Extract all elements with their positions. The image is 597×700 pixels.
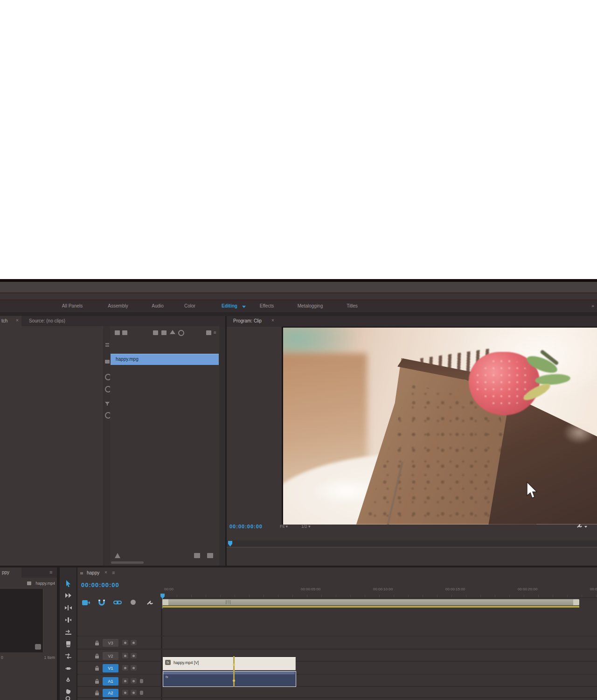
linked-selection-icon[interactable] (113, 598, 122, 607)
left-partial-tab-close-icon[interactable]: × (16, 318, 19, 323)
project-mini-partial-tab[interactable]: ppy (0, 567, 21, 578)
workspace-overflow-icon[interactable]: » (591, 303, 594, 308)
tool-razor[interactable] (64, 640, 72, 648)
workspace-tab-all-panels[interactable]: All Panels (62, 303, 83, 308)
source-monitor-body[interactable] (0, 326, 104, 566)
filter-icon[interactable] (105, 402, 110, 406)
timeline-settings-wrench-icon[interactable] (146, 598, 155, 607)
track-target-button[interactable]: A1 (103, 677, 118, 686)
program-settings-caret[interactable] (584, 526, 587, 528)
track-lock-icon[interactable] (94, 653, 100, 658)
track-lock-icon[interactable] (94, 665, 100, 671)
workspace-tab-effects[interactable]: Effects (260, 303, 274, 308)
project-item-label: happy.mpg (116, 357, 139, 362)
tool-rolling-edit[interactable] (64, 616, 72, 623)
track-target-button[interactable]: A2 (103, 689, 118, 697)
program-timecode[interactable]: 00:00:00:00 (229, 524, 263, 529)
track-lock-icon[interactable] (94, 690, 100, 695)
tool-ripple-edit[interactable] (64, 604, 72, 611)
tool-selection[interactable] (64, 580, 72, 587)
program-fit-dropdown[interactable]: Fit ▾ (280, 524, 288, 529)
tool-slide[interactable] (64, 665, 72, 672)
program-tab[interactable]: Program: Clip (233, 318, 262, 323)
track-target-button[interactable]: V2 (103, 652, 118, 660)
project-mini-tab-bar: ppy ≡ (0, 567, 57, 578)
track-mute-toggle[interactable] (122, 690, 128, 695)
automate-to-sequence-icon[interactable] (115, 553, 120, 558)
window-menu-bar[interactable] (0, 293, 597, 300)
program-scrubber-track[interactable] (227, 540, 597, 547)
mouse-cursor (526, 482, 538, 499)
clip-fx-badge[interactable]: fx (165, 660, 171, 665)
editing-workspace-chevron-icon[interactable] (242, 306, 246, 308)
tool-zoom[interactable] (64, 696, 72, 700)
timeline-timecode[interactable]: 00:00:00:00 (81, 581, 119, 588)
rail-grip-icon[interactable] (105, 343, 109, 344)
audio-clip[interactable]: fx (163, 671, 296, 687)
project-mini-menu-icon[interactable]: ≡ (49, 569, 52, 575)
workspace-tab-audio[interactable]: Audio (152, 303, 164, 308)
timeline-ruler[interactable]: 00:00 00:00:05:00 00:00:10:00 00:00:15:0… (162, 585, 597, 598)
work-area-right-handle[interactable] (573, 599, 579, 605)
insert-as-nested-icon[interactable] (81, 598, 90, 607)
program-tab-close-icon[interactable]: × (271, 318, 274, 323)
track-lock-icon[interactable] (94, 678, 100, 684)
timeline-add-marker-icon[interactable] (131, 600, 136, 605)
timeline-tab-close-icon[interactable]: × (104, 570, 107, 575)
new-bin-icon[interactable] (206, 330, 211, 335)
track-output-toggle[interactable] (122, 640, 128, 645)
icon-view-icon[interactable] (122, 330, 127, 335)
filter-bin-icon[interactable] (161, 330, 167, 335)
workspace-tab-titles[interactable]: Titles (347, 303, 358, 308)
workspace-tab-metalogging[interactable]: Metalogging (298, 303, 323, 308)
sort-icon[interactable] (153, 330, 158, 335)
clip-marker-dot (233, 679, 235, 682)
program-resolution-dropdown[interactable]: 1/2 ▾ (301, 524, 311, 529)
track-sync-lock-toggle[interactable] (131, 665, 137, 671)
workspace-tab-color[interactable]: Color (184, 303, 195, 308)
bin-icon[interactable] (105, 360, 110, 364)
new-item-icon[interactable] (207, 553, 213, 558)
track-solo-toggle[interactable] (131, 690, 137, 695)
snap-magnet-icon[interactable] (97, 598, 106, 607)
work-area-left-handle[interactable] (162, 599, 168, 605)
program-video-frame[interactable] (282, 327, 597, 525)
track-sync-lock-toggle[interactable] (131, 653, 137, 658)
horizontal-scrollbar[interactable] (111, 561, 144, 564)
list-view-icon[interactable] (115, 330, 120, 335)
tool-rate-stretch[interactable] (64, 628, 72, 636)
clip-thumbnail[interactable] (0, 589, 43, 652)
track-target-button[interactable]: V3 (103, 639, 118, 647)
project-mini-clip-row[interactable]: happy.mp4 (0, 580, 57, 587)
track-voiceover-toggle[interactable] (140, 679, 143, 683)
track-sync-lock-toggle[interactable] (131, 640, 137, 645)
work-area-bar[interactable] (162, 599, 579, 605)
find-icon[interactable] (178, 330, 184, 336)
tool-pen[interactable] (64, 677, 72, 684)
track-solo-toggle[interactable] (131, 678, 137, 684)
timeline-panel-menu-icon[interactable]: ≡ (112, 570, 115, 575)
workspace-tab-editing[interactable]: Editing (222, 303, 237, 308)
workspace-tab-assembly[interactable]: Assembly (108, 303, 128, 308)
track-lock-icon[interactable] (94, 640, 100, 645)
video-clip[interactable]: fx happy.mp4 [V] (163, 657, 296, 670)
track-target-button[interactable]: V1 (103, 664, 118, 672)
tool-hand[interactable] (64, 688, 72, 694)
project-item-row-selected[interactable]: happy.mpg (111, 354, 219, 365)
program-settings-wrench-icon[interactable] (576, 524, 583, 529)
track-voiceover-toggle[interactable] (140, 691, 143, 695)
clip-marker-line[interactable] (233, 656, 235, 687)
panel-menu-icon[interactable]: ≡ (214, 330, 218, 335)
track-output-toggle[interactable] (122, 653, 128, 658)
track-output-toggle[interactable] (122, 665, 128, 671)
tool-track-select-forward[interactable] (64, 592, 72, 599)
source-monitor-tab[interactable]: Source: (no clips) (29, 318, 65, 323)
window-title-bar[interactable] (0, 282, 597, 293)
track-mute-toggle[interactable] (122, 678, 128, 684)
thumbnail-audio-badge-icon (35, 644, 41, 650)
tool-slip[interactable] (64, 652, 72, 660)
work-area-center-grip[interactable] (226, 600, 230, 604)
footer-new-bin-icon[interactable] (194, 553, 200, 558)
zoom-slider-icon[interactable] (170, 330, 175, 334)
left-partial-tab[interactable]: tch × (0, 316, 21, 326)
